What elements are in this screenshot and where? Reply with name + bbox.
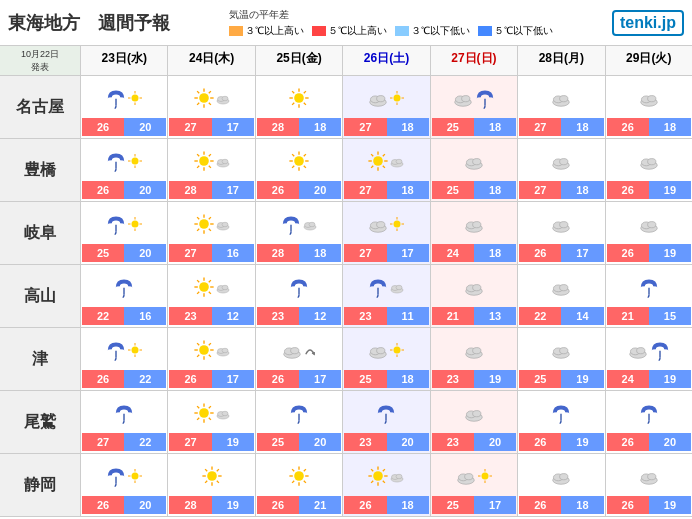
temp-low-3-3: 11 <box>387 307 429 325</box>
temp-low-6-1: 19 <box>212 496 254 514</box>
weather-grid: 10月22日 発表 23日(水) 24日(木) 25日(金) 26日(土) 27… <box>0 46 692 517</box>
svg-point-30 <box>394 95 401 102</box>
temp-low-2-0: 20 <box>124 244 166 262</box>
temp-low-0-1: 17 <box>212 118 254 136</box>
temp-low-5-5: 19 <box>561 433 603 451</box>
svg-point-180 <box>377 348 385 354</box>
svg-point-191 <box>560 348 568 354</box>
temp-low-0-5: 18 <box>561 118 603 136</box>
weather-cell-0-4: 2518 <box>430 76 517 139</box>
svg-line-246 <box>383 481 385 483</box>
svg-point-114 <box>309 222 315 227</box>
weather-cell-3-0: 2216 <box>80 265 167 328</box>
svg-line-230 <box>205 481 207 483</box>
svg-point-41 <box>560 96 568 102</box>
date-header-1: 24日(木) <box>167 46 254 76</box>
weather-cell-6-3: 2618 <box>342 454 429 517</box>
legend-item-3: ３℃以下低い <box>395 24 470 38</box>
temp-high-6-2: 26 <box>257 496 299 514</box>
temp-high-1-5: 27 <box>519 181 561 199</box>
legend-item-2: ５℃以上高い <box>312 24 387 38</box>
svg-line-69 <box>304 166 306 168</box>
svg-line-79 <box>383 154 385 156</box>
temp-low-3-0: 16 <box>124 307 166 325</box>
svg-line-77 <box>372 154 374 156</box>
svg-point-144 <box>222 285 228 290</box>
svg-point-6 <box>199 93 209 103</box>
svg-line-170 <box>208 343 210 345</box>
svg-line-57 <box>208 166 210 168</box>
svg-line-228 <box>216 481 218 483</box>
temp-high-3-2: 23 <box>257 307 299 325</box>
temp-high-4-6: 24 <box>607 370 649 388</box>
legend-text-4: ５℃以下低い <box>494 24 553 38</box>
temp-low-1-2: 20 <box>299 181 341 199</box>
weather-cell-4-1: 2617 <box>167 328 254 391</box>
svg-point-17 <box>222 96 228 101</box>
temp-high-2-2: 28 <box>257 244 299 262</box>
svg-line-239 <box>292 481 294 483</box>
weather-cell-1-6: 2619 <box>605 139 692 202</box>
svg-line-140 <box>208 280 210 282</box>
weather-cell-2-5: 2617 <box>517 202 604 265</box>
temp-low-3-6: 15 <box>649 307 691 325</box>
issue-date: 10月22日 <box>21 48 59 61</box>
weather-cell-3-4: 2113 <box>430 265 517 328</box>
weather-cell-6-4: 2517 <box>430 454 517 517</box>
weather-cell-4-5: 2519 <box>517 328 604 391</box>
weather-cell-0-3: 2718 <box>342 76 429 139</box>
weather-cell-0-5: 2718 <box>517 76 604 139</box>
svg-line-139 <box>208 292 210 294</box>
temp-high-3-4: 21 <box>432 307 474 325</box>
weather-cell-2-2: 2818 <box>255 202 342 265</box>
legend-text-3: ３℃以下低い <box>411 24 470 38</box>
svg-point-177 <box>291 348 299 354</box>
svg-line-56 <box>197 154 199 156</box>
weather-cell-1-4: 2518 <box>430 139 517 202</box>
weather-cell-1-0: 2620 <box>80 139 167 202</box>
temp-low-1-0: 20 <box>124 181 166 199</box>
svg-line-11 <box>197 91 199 93</box>
city-label-5: 尾鷲 <box>0 391 80 454</box>
svg-line-138 <box>197 280 199 282</box>
legend-color-1 <box>229 26 243 36</box>
svg-line-14 <box>197 103 199 105</box>
svg-point-262 <box>560 474 568 480</box>
temp-low-4-3: 18 <box>387 370 429 388</box>
temp-low-0-6: 18 <box>649 118 691 136</box>
city-label-6: 静岡 <box>0 454 80 517</box>
temp-high-3-3: 23 <box>344 307 386 325</box>
svg-point-265 <box>647 474 655 480</box>
temp-high-6-1: 28 <box>169 496 211 514</box>
svg-line-107 <box>197 229 199 231</box>
date-header-0: 23日(水) <box>80 46 167 76</box>
tenki-logo: tenki.jp <box>612 10 684 36</box>
svg-line-236 <box>292 469 294 471</box>
weather-cell-6-2: 2621 <box>255 454 342 517</box>
temp-high-5-3: 23 <box>344 433 386 451</box>
temp-high-4-1: 26 <box>169 370 211 388</box>
issue-date-cell: 10月22日 発表 <box>0 46 80 76</box>
weather-cell-5-2: 2520 <box>255 391 342 454</box>
svg-line-204 <box>208 406 210 408</box>
svg-point-152 <box>473 285 481 291</box>
temp-high-6-0: 26 <box>82 496 124 514</box>
temp-low-5-2: 20 <box>299 433 341 451</box>
temp-high-0-1: 27 <box>169 118 211 136</box>
weather-cell-3-2: 2312 <box>255 265 342 328</box>
svg-point-133 <box>199 282 209 292</box>
svg-point-18 <box>294 93 304 103</box>
temp-low-5-3: 20 <box>387 433 429 451</box>
svg-line-105 <box>208 229 210 231</box>
temp-low-3-1: 12 <box>212 307 254 325</box>
temp-high-5-2: 25 <box>257 433 299 451</box>
temp-high-3-1: 23 <box>169 307 211 325</box>
svg-line-25 <box>304 91 306 93</box>
weather-cell-1-1: 2817 <box>167 139 254 202</box>
city-label-0: 名古屋 <box>0 76 80 139</box>
svg-line-106 <box>208 217 210 219</box>
svg-line-104 <box>197 217 199 219</box>
temp-high-5-6: 26 <box>607 433 649 451</box>
main-container: 東海地方 週間予報 気温の平年差 ３℃以上高い ５℃以上高い ３℃以下低い <box>0 0 692 519</box>
weather-cell-0-2: 2818 <box>255 76 342 139</box>
